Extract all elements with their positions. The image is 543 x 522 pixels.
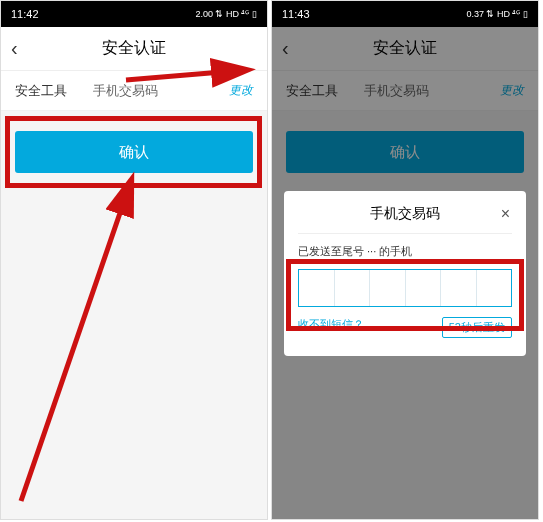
confirm-label: 确认: [390, 143, 420, 162]
status-indicators: 0.37 ⇅ HD ⁴ᴳ ▯: [466, 9, 528, 19]
close-icon[interactable]: ×: [501, 205, 510, 223]
sms-code-modal: 手机交易码 × 已发送至尾号 ··· 的手机 收不到短信？ 52秒后重发: [284, 191, 526, 356]
nav-bar: ‹ 安全认证: [1, 27, 267, 71]
status-bar: 11:43 0.37 ⇅ HD ⁴ᴳ ▯: [272, 1, 538, 27]
svg-line-1: [21, 181, 131, 501]
no-sms-link[interactable]: 收不到短信？: [298, 317, 364, 338]
nav-bar: ‹ 安全认证: [272, 27, 538, 71]
sms-code-input[interactable]: [298, 269, 512, 307]
page-title: 安全认证: [102, 38, 166, 59]
modal-sent-text: 已发送至尾号 ··· 的手机: [298, 244, 512, 259]
back-icon[interactable]: ‹: [11, 37, 18, 60]
status-bar: 11:42 2.00 ⇅ HD ⁴ᴳ ▯: [1, 1, 267, 27]
resend-countdown: 52秒后重发: [442, 317, 512, 338]
arrow-to-confirm: [1, 151, 261, 511]
modal-title: 手机交易码: [370, 205, 440, 223]
row-value: 手机交易码: [93, 82, 229, 100]
back-icon: ‹: [282, 37, 289, 60]
security-tool-row: 安全工具 手机交易码 更改: [1, 71, 267, 111]
confirm-button[interactable]: 确认: [15, 131, 253, 173]
row-value: 手机交易码: [364, 82, 500, 100]
change-link: 更改: [500, 82, 524, 99]
security-tool-row: 安全工具 手机交易码 更改: [272, 71, 538, 111]
row-label: 安全工具: [15, 82, 93, 100]
status-time: 11:43: [282, 8, 310, 20]
confirm-button: 确认: [286, 131, 524, 173]
confirm-label: 确认: [119, 143, 149, 162]
status-time: 11:42: [11, 8, 39, 20]
status-indicators: 2.00 ⇅ HD ⁴ᴳ ▯: [195, 9, 257, 19]
page-title: 安全认证: [373, 38, 437, 59]
row-label: 安全工具: [286, 82, 364, 100]
change-link[interactable]: 更改: [229, 82, 253, 99]
